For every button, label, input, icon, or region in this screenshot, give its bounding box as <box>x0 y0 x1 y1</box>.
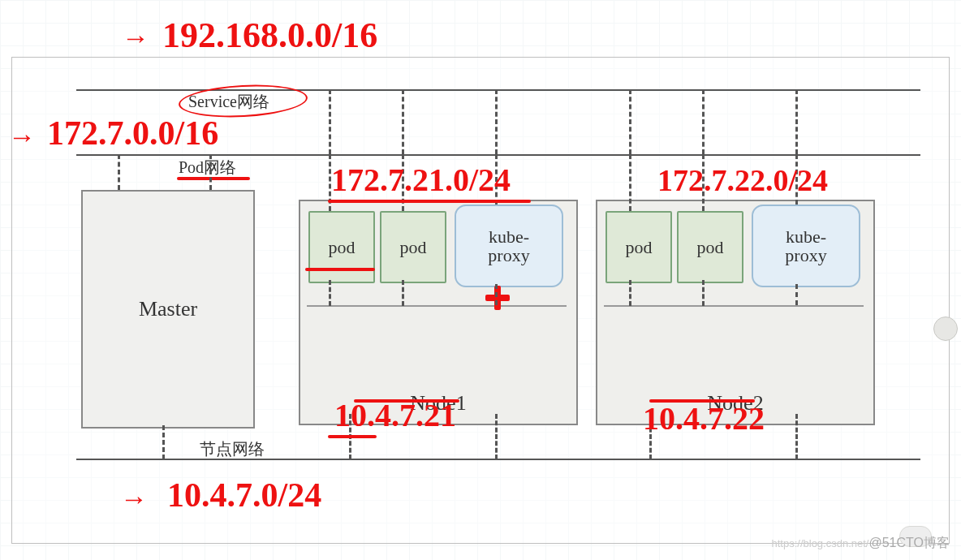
pod-label: pod <box>329 237 356 258</box>
node1-pod1: pod <box>308 211 375 283</box>
scroll-thumb-icon <box>933 317 958 341</box>
connector <box>402 89 404 154</box>
node2-pod2: pod <box>677 211 743 283</box>
watermark-main: @51CTO博客 <box>868 536 950 549</box>
pod-label: pod <box>400 237 427 258</box>
arrow-icon: → <box>8 122 36 153</box>
pod-network-line <box>76 154 920 156</box>
node1-pod2: pod <box>380 211 446 283</box>
red-plus-icon <box>485 286 510 310</box>
connector <box>629 280 631 306</box>
connector <box>702 280 705 306</box>
connector <box>795 89 798 154</box>
annotation-node-cidr: 10.4.7.0/24 <box>167 476 321 515</box>
connector <box>629 89 631 154</box>
node1-inner-line <box>307 305 567 307</box>
connector <box>495 89 498 154</box>
connector <box>495 284 498 305</box>
connector <box>329 280 331 306</box>
node2-kube-proxy: kube- proxy <box>752 205 860 287</box>
node1-pod1-underline <box>305 268 375 271</box>
connector <box>329 89 331 154</box>
annotation-node1-pod-cidr: 172.7.21.0/24 <box>331 161 511 199</box>
diagram-canvas: Service网络 Pod网络 节点网络 Master Node1 pod po… <box>0 0 961 560</box>
node2-inner-line <box>604 305 864 307</box>
watermark: https://blog.csdn.net/@51CTO博客 <box>772 535 950 552</box>
annotation-pod-cidr: 172.7.0.0/16 <box>47 114 218 153</box>
connector <box>209 154 212 190</box>
kube-proxy-label: kube- proxy <box>785 227 826 265</box>
annotation-node2-pod-cidr: 172.7.22.0/24 <box>657 162 828 198</box>
connector <box>118 154 120 190</box>
node2-pod1: pod <box>605 211 672 283</box>
annotation-service-cidr: 192.168.0.0/16 <box>162 15 377 56</box>
master-label: Master <box>139 297 197 321</box>
pod-label: pod <box>626 237 653 258</box>
kube-proxy-label: kube- proxy <box>488 227 529 265</box>
connector <box>162 425 165 459</box>
connector <box>402 280 404 306</box>
connector <box>629 154 631 211</box>
connector <box>495 414 498 459</box>
arrow-icon: → <box>120 484 148 515</box>
node1-kube-proxy: kube- proxy <box>455 205 563 287</box>
connector <box>795 284 798 305</box>
node-network-label: 节点网络 <box>198 438 266 460</box>
annotation-node1-ip-bar <box>328 435 377 438</box>
arrow-icon: → <box>122 23 149 54</box>
annotation-node2-ip: 10.4.7.22 <box>643 399 765 437</box>
pod-label: pod <box>697 237 724 258</box>
master-box: Master <box>81 190 255 429</box>
annotation-node1-ip: 10.4.7.21 <box>334 396 456 434</box>
watermark-faint: https://blog.csdn.net/ <box>772 537 869 549</box>
pod-network-underline <box>177 177 250 180</box>
annotation-node1-pod-cidr-underline <box>328 200 531 203</box>
pod-network-label: Pod网络 <box>177 157 238 179</box>
connector <box>702 89 705 154</box>
connector <box>795 414 798 459</box>
